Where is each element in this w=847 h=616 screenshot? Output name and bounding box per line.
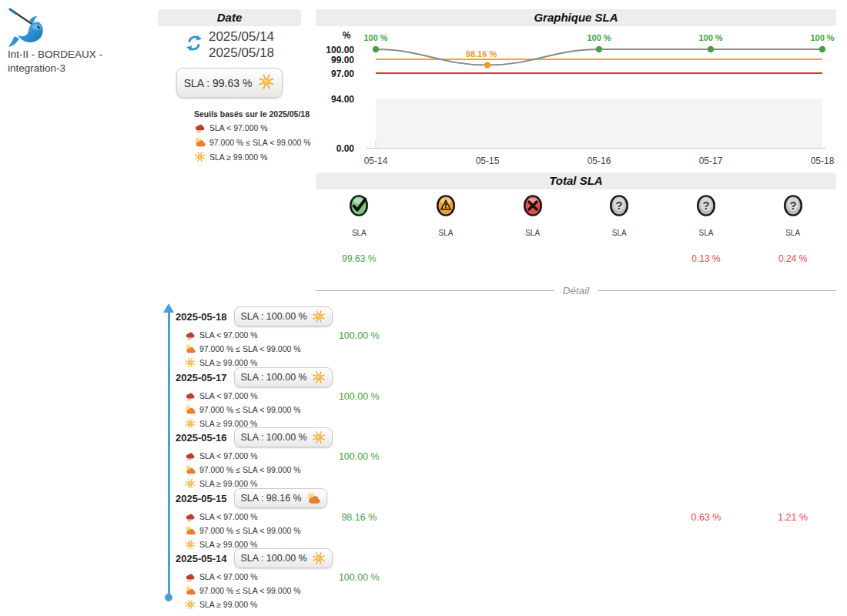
chart-point [373,46,379,52]
sunny-icon [258,73,275,92]
total-sla-column: SLA 99.63 % [316,194,403,264]
total-sla-value: 0.24 % [778,253,807,264]
y-tick-label: 100.00 [326,45,354,55]
partly-sunny-icon [185,404,196,415]
threshold-label: 97.000 % ≤ SLA < 99.000 % [199,344,301,353]
y-axis-unit: % [343,30,351,41]
chart-point [708,46,714,52]
y-tick-label: 94.00 [331,94,354,105]
detail-sla-badge: SLA : 100.00 % [234,427,333,447]
total-sla-column: SLA [403,194,490,264]
threshold-label: SLA < 97.000 % [199,572,258,581]
threshold-row: 97.000 % ≤ SLA < 99.000 % [185,464,357,475]
shaded-band [376,99,822,148]
detail-sla-value: 98.16 % [316,512,403,523]
instance-title: Int-II - BORDEAUX - integration-3 [8,48,154,75]
detail-sla-badge-text: SLA : 100.00 % [241,311,307,322]
detail-sla-value [576,572,663,583]
detail-sla-value: 100.00 % [316,330,403,341]
date-range-arrows-icon[interactable] [185,33,203,56]
y-tick-label: 99.00 [331,55,354,65]
detail-sla-value [403,512,490,523]
detail-sla-value [663,391,750,402]
detail-sla-value [489,330,576,341]
detail-sla-value [576,512,663,523]
threshold-label: SLA ≥ 99.000 % [199,600,257,609]
partly-sunny-icon [185,585,196,596]
date-range-values: 2025/05/14 2025/05/18 [209,28,274,61]
detail-sla-value [749,391,836,402]
status-unknown-question-icon: ? [783,194,803,217]
detail-sla-value: 100.00 % [316,572,403,583]
threshold-label: SLA ≥ 99.000 % [209,152,267,162]
total-sla-column: SLA [489,194,576,264]
threshold-row: SLA ≥ 99.000 % [185,357,357,368]
threshold-row: 97.000 % ≤ SLA < 99.000 % [185,525,357,536]
sla-chart-panel: Graphique SLA %100.0099.0097.0094.000.00… [316,9,836,171]
thresholds-legend: Seuils basés sur le 2025/05/18 SLA < 97.… [194,109,301,162]
svg-text:?: ? [702,199,709,212]
storm-icon [185,450,196,461]
detail-entry-head: 2025-05-18 SLA : 100.00 % [176,306,357,326]
threshold-row: 97.000 % ≤ SLA < 99.000 % [185,404,357,415]
point-label: 100 % [810,33,834,42]
partly-sunny-icon [185,343,196,354]
storm-icon [185,571,196,582]
sla-column-label: SLA [699,229,714,237]
sunny-icon [185,357,196,368]
timeline-dot [165,594,172,601]
detail-value-row: 100.00 % [316,572,836,583]
divider-line [316,290,554,291]
sla-column-label: SLA [785,229,800,237]
threshold-row: SLA ≥ 99.000 % [185,478,357,489]
threshold-row: SLA ≥ 99.000 % [185,599,357,610]
x-tick-label: 05-18 [811,156,835,166]
detail-sla-value [749,451,836,462]
total-sla-value: 0.13 % [691,253,720,264]
status-critical-cross-icon [523,194,543,217]
storm-icon [185,511,196,522]
sla-column-label: SLA [612,229,627,237]
thresholds-caption: Seuils basés sur le 2025/05/18 [194,109,301,119]
sunny-icon [312,310,326,323]
timeline-line [168,311,171,596]
divider-line [598,290,836,291]
point-label: 100 % [587,33,611,42]
detail-sla-badge: SLA : 100.00 % [234,548,333,568]
detail-entry-head: 2025-05-14 SLA : 100.00 % [176,548,357,568]
threshold-row: 97.000 % ≤ SLA < 99.000 % [185,343,357,354]
detail-sla-value [403,391,490,402]
sla-column-label: SLA [525,229,540,237]
date-panel-header: Date [158,9,301,26]
detail-entry-date: 2025-05-18 [176,311,227,323]
detail-sla-value [663,451,750,462]
partly-sunny-icon [185,585,196,596]
partly-sunny-icon [185,404,196,415]
x-tick-label: 05-16 [588,156,611,166]
instance-title-line1: Int-II - BORDEAUX - [8,48,154,62]
storm-icon [185,390,196,401]
y-tick-label: 97.00 [331,69,354,79]
sla-column-label: SLA [439,229,454,237]
shinken-fish-logo [6,6,48,52]
point-label: 100 % [363,33,387,42]
detail-value-row: 100.00 % [316,451,836,462]
total-sla-column: ? SLA 0.24 % [749,194,836,264]
instance-title-line2: integration-3 [8,62,154,75]
storm-icon [185,330,196,340]
sunny-icon [185,599,196,610]
threshold-label: 97.000 % ≤ SLA < 99.000 % [199,405,301,414]
sunny-icon [312,370,326,384]
partly-sunny-icon [185,464,196,475]
storm-icon [185,511,196,522]
status-warning-icon [436,194,456,217]
sunny-icon [194,151,206,162]
sunny-icon [185,478,196,489]
partly-sunny-icon [306,491,320,505]
date-to: 2025/05/18 [209,45,274,61]
threshold-label: 97.000 % ≤ SLA < 99.000 % [209,138,311,147]
detail-entry-date: 2025-05-17 [176,372,227,383]
detail-sla-badge: SLA : 100.00 % [234,306,333,326]
date-range: 2025/05/14 2025/05/18 [158,28,301,61]
sunny-icon [312,551,326,565]
